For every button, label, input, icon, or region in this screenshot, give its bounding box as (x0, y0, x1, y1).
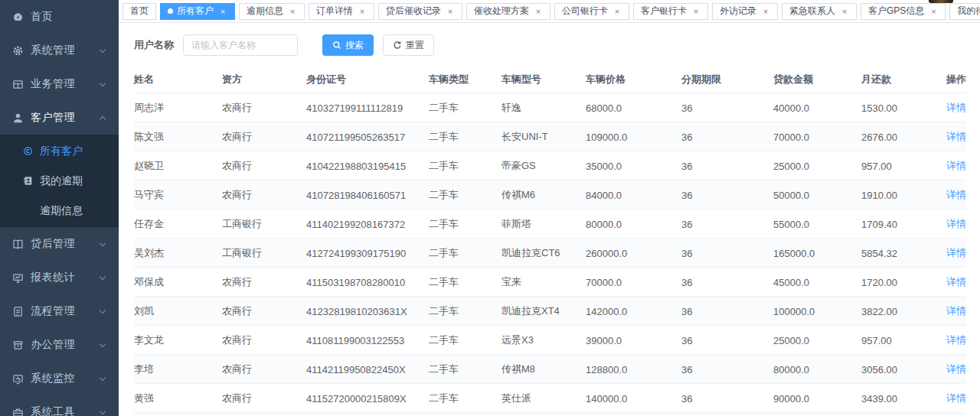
monitor-pulse-icon (12, 373, 31, 385)
tab[interactable]: 外访记录 × (712, 3, 778, 20)
avatar-cutoff[interactable] (929, 0, 953, 3)
sidebar-item-monitor[interactable]: 系统监控 (0, 362, 119, 395)
close-icon[interactable]: × (691, 7, 701, 16)
app-window: 首页 系统管理 业务管理 客户管理 (0, 0, 980, 416)
cell-loan-amount: 25000.0 (773, 326, 861, 355)
sidebar-item-label: 首页 (31, 10, 119, 24)
table-row: 周志洋 农商行 410327199111112819 二手车 轩逸 68000.… (134, 93, 966, 122)
detail-link[interactable]: 详情 (946, 189, 966, 200)
cell-id-number: 41142119950822450X (306, 355, 429, 384)
chevron-down-icon (100, 307, 106, 313)
cell-vehicle-price: 128800.0 (586, 355, 681, 384)
cell-loan-amount: 25000.0 (773, 151, 861, 180)
cell-monthly-payment: 1910.00 (861, 413, 923, 416)
sidebar-item-reports[interactable]: 报表统计 (0, 261, 119, 294)
cell-name: 马守宾 (134, 180, 222, 210)
tab[interactable]: 催收处理方案 × (466, 3, 550, 20)
tab[interactable]: 客户GPS信息 × (861, 3, 946, 20)
sidebar-item-label: 系统工具 (31, 405, 100, 416)
tab[interactable]: 首页 (122, 3, 156, 20)
search-button[interactable]: 搜索 (322, 34, 374, 56)
main-area: 首页 所有客户 × 逾期信息 × 订单详情 (119, 0, 980, 416)
cell-id-number: 410325199709223094 (306, 413, 429, 416)
detail-link[interactable]: 详情 (946, 305, 966, 317)
close-icon[interactable]: × (218, 7, 227, 16)
sidebar-item-label: 所有客户 (40, 145, 83, 158)
tab[interactable]: 紧急联系人 × (782, 3, 857, 20)
column-header: 车辆类型 (429, 66, 501, 93)
tab[interactable]: 所有客户 × (160, 3, 235, 20)
cell-vehicle-model: 远景X3 (501, 326, 586, 355)
toolbox-icon (12, 407, 31, 416)
column-header: 车辆价格 (586, 66, 681, 93)
close-icon[interactable]: × (446, 7, 455, 16)
sidebar-item-customers[interactable]: 客户管理 (0, 101, 119, 135)
detail-link[interactable]: 详情 (946, 102, 966, 113)
cell-id-number: 412724199309175190 (306, 239, 429, 268)
cell-vehicle-model: 英仕派 (501, 384, 586, 413)
chevron-down-icon (100, 408, 106, 414)
chevron-down-icon (100, 340, 106, 346)
chevron-up-icon (100, 115, 106, 122)
sidebar-item-all-customers[interactable]: 所有客户 (0, 136, 119, 166)
tab[interactable]: 订单详情 × (309, 3, 374, 20)
cell-vehicle-type: 二手车 (429, 122, 501, 151)
gear-icon (12, 45, 31, 57)
sidebar-item-business[interactable]: 业务管理 (0, 67, 119, 101)
tab[interactable]: 贷后催收记录 × (378, 3, 462, 20)
cell-installment-term: 36 (681, 93, 773, 122)
detail-link[interactable]: 详情 (946, 218, 966, 229)
close-icon[interactable]: × (840, 7, 849, 16)
cell-vehicle-price: 39000.0 (586, 326, 681, 355)
tab-label: 公司银行卡 (562, 5, 608, 18)
detail-link[interactable]: 详情 (946, 276, 966, 288)
sidebar-item-tools[interactable]: 系统工具 (0, 395, 119, 416)
detail-link[interactable]: 详情 (946, 160, 966, 171)
sidebar: 首页 系统管理 业务管理 客户管理 (0, 0, 119, 416)
tab[interactable]: 我的待办 × (949, 3, 980, 20)
cell-vehicle-type: 二手车 (429, 239, 501, 268)
sidebar-item-postloan[interactable]: 贷后管理 (0, 227, 119, 261)
cell-vehicle-price: 80000.0 (586, 210, 681, 239)
cell-vehicle-model: 长安UNI-T (501, 122, 586, 151)
sidebar-item-my-overdue[interactable]: 我的逾期 (0, 166, 119, 196)
cell-vehicle-model: 传祺M6 (501, 180, 586, 210)
close-icon[interactable]: × (358, 7, 367, 16)
tab-label: 订单详情 (316, 5, 353, 18)
cell-installment-term: 36 (681, 326, 773, 355)
detail-link[interactable]: 详情 (946, 131, 966, 142)
cell-funder: 工商银行 (222, 210, 306, 239)
sidebar-item-home[interactable]: 首页 (0, 0, 119, 34)
cell-name: 赵晓卫 (134, 151, 222, 180)
cell-installment-term: 36 (681, 355, 773, 384)
cell-loan-amount: 40000.0 (773, 93, 861, 122)
close-icon[interactable]: × (761, 7, 770, 16)
sidebar-item-system[interactable]: 系统管理 (0, 34, 119, 67)
sidebar-item-overdue-info[interactable]: 逾期信息 (0, 196, 119, 226)
cell-id-number: 410327199111112819 (306, 93, 429, 122)
cell-funder: 农商行 (222, 355, 306, 384)
tab-label: 首页 (130, 5, 149, 18)
detail-link[interactable]: 详情 (946, 363, 966, 375)
close-icon[interactable]: × (929, 7, 938, 16)
detail-link[interactable]: 详情 (946, 334, 966, 346)
cell-monthly-payment: 957.00 (861, 151, 923, 180)
column-header: 车辆型号 (501, 66, 586, 93)
cell-id-number: 410422198803195415 (306, 151, 429, 180)
cell-funder: 农商行 (222, 384, 306, 413)
tab-label: 贷后催收记录 (386, 5, 441, 18)
customer-name-input[interactable] (183, 34, 298, 56)
close-icon[interactable]: × (612, 7, 622, 16)
sidebar-item-office[interactable]: 办公管理 (0, 328, 119, 362)
cell-monthly-payment: 3439.00 (861, 384, 923, 413)
close-icon[interactable]: × (288, 7, 297, 16)
tab[interactable]: 逾期信息 × (239, 3, 305, 20)
reset-button[interactable]: 重置 (383, 34, 434, 56)
sidebar-item-process[interactable]: 流程管理 (0, 294, 119, 328)
detail-link[interactable]: 详情 (946, 247, 966, 258)
cell-installment-term: 36 (681, 297, 773, 326)
detail-link[interactable]: 详情 (946, 392, 966, 404)
tab[interactable]: 客户银行卡 × (633, 3, 708, 20)
tab[interactable]: 公司银行卡 × (554, 3, 629, 20)
close-icon[interactable]: × (534, 7, 543, 16)
